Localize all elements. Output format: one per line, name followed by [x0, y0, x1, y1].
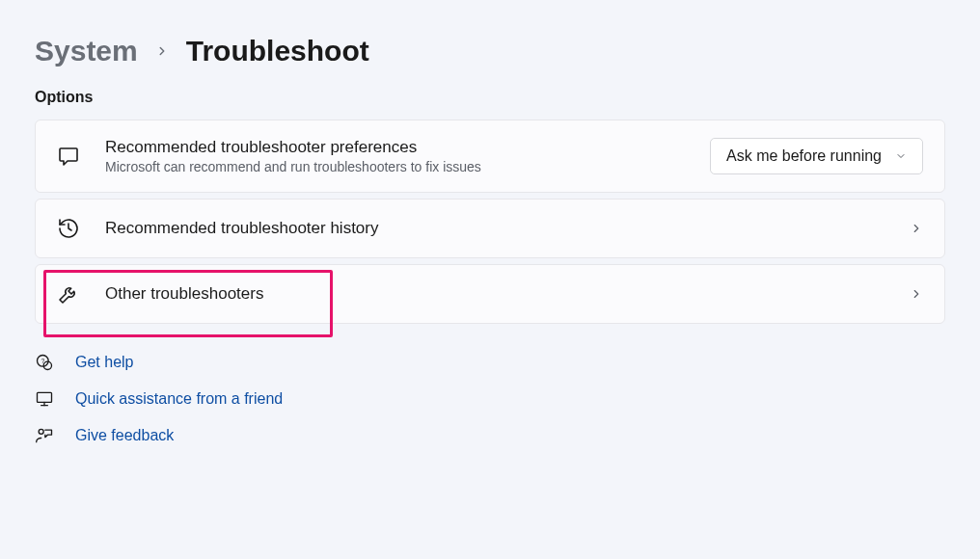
comment-icon [57, 145, 80, 168]
card-body: Recommended troubleshooter history [105, 219, 885, 238]
troubleshoot-page: System Troubleshoot Options Recommended … [0, 0, 980, 445]
page-title: Troubleshoot [186, 35, 369, 67]
card-other-troubleshooters[interactable]: Other troubleshooters [35, 264, 945, 324]
feedback-icon [35, 426, 54, 445]
get-help-link[interactable]: Get help [75, 354, 133, 371]
monitor-icon [35, 389, 54, 409]
wrench-icon [57, 282, 80, 306]
help-icon: ? [35, 353, 54, 372]
svg-rect-3 [38, 392, 52, 402]
give-feedback-link[interactable]: Give feedback [75, 427, 174, 444]
card-body: Other troubleshooters [105, 284, 885, 304]
section-title-options: Options [35, 89, 945, 106]
chevron-right-icon [155, 44, 169, 58]
link-row-quick-assist: Quick assistance from a friend [35, 389, 945, 409]
dropdown-value: Ask me before running [726, 147, 882, 165]
chevron-right-icon [910, 222, 923, 235]
breadcrumb-parent[interactable]: System [35, 35, 138, 67]
link-row-give-feedback: Give feedback [35, 426, 945, 445]
card-action: Ask me before running [710, 138, 923, 174]
card-title: Recommended troubleshooter history [105, 219, 885, 238]
chevron-down-icon [895, 150, 907, 162]
card-body: Recommended troubleshooter preferences M… [105, 138, 685, 174]
card-title: Other troubleshooters [105, 284, 885, 304]
quick-assist-link[interactable]: Quick assistance from a friend [75, 390, 283, 408]
card-recommended-history[interactable]: Recommended troubleshooter history [35, 199, 945, 258]
highlight-annotation [43, 270, 333, 337]
card-subtitle: Microsoft can recommend and run troubles… [105, 159, 685, 174]
svg-point-6 [39, 429, 43, 434]
svg-text:?: ? [41, 358, 44, 364]
link-row-get-help: ? Get help [35, 353, 945, 372]
chevron-right-icon [910, 287, 923, 301]
history-icon [57, 217, 80, 240]
help-links: ? Get help Quick assistance from a frien… [35, 353, 945, 445]
troubleshooter-preference-dropdown[interactable]: Ask me before running [710, 138, 923, 174]
card-recommended-preferences: Recommended troubleshooter preferences M… [35, 120, 945, 193]
breadcrumb: System Troubleshoot [35, 35, 945, 67]
card-title: Recommended troubleshooter preferences [105, 138, 685, 157]
